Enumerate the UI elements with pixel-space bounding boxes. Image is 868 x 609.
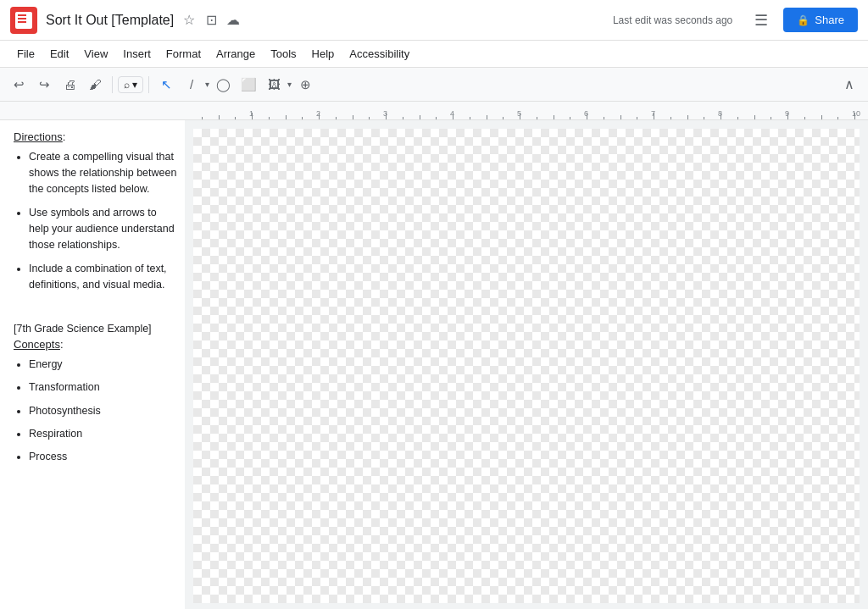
menu-accessibility[interactable]: Accessibility: [342, 44, 416, 64]
concepts-heading: Concepts: [14, 338, 60, 351]
direction-item-1: Create a compelling visual that shows th…: [29, 149, 178, 198]
undo-button[interactable]: ↩: [7, 73, 31, 97]
section-gap: [14, 301, 178, 314]
image-dropdown-icon[interactable]: ▾: [287, 80, 292, 89]
concepts-list: Energy Transformation Photosynthesis Res…: [14, 357, 178, 466]
concept-item-2: Transformation: [29, 379, 178, 396]
menu-format[interactable]: Format: [159, 44, 208, 64]
folder-icon[interactable]: ⊡: [203, 12, 220, 29]
textbox-button[interactable]: ⬜: [236, 73, 260, 97]
toolbar: ↩ ↪ 🖨 🖌 ⌕ ▾ ↖ / ▾ ◯ ⬜ 🖼 ▾ ⊕ ∧: [0, 68, 868, 102]
last-edit-label: Last edit was seconds ago: [613, 14, 732, 26]
menu-view[interactable]: View: [77, 44, 114, 64]
concept-item-3: Photosynthesis: [29, 403, 178, 419]
shape-button[interactable]: ◯: [211, 73, 235, 97]
line-button[interactable]: /: [180, 73, 203, 97]
zoom-dropdown-icon: ▾: [132, 79, 137, 91]
comment-button[interactable]: ☰: [746, 5, 776, 36]
separator-2: [148, 76, 149, 93]
cloud-icon[interactable]: ☁: [225, 12, 242, 29]
share-label: Share: [815, 14, 844, 26]
top-bar-actions: ☰ 🔒 Share: [746, 5, 858, 36]
app-icon: [10, 7, 37, 34]
directions-section: Directions: Create a compelling visual t…: [14, 129, 178, 294]
redo-button[interactable]: ↪: [32, 73, 56, 97]
grade-example-label: [7th Grade Science Example]: [14, 321, 178, 337]
ruler: 12345678910: [0, 102, 868, 120]
select-button[interactable]: ↖: [154, 73, 178, 97]
line-dropdown-icon[interactable]: ▾: [205, 80, 209, 89]
document-title: Sort It Out [Template]: [46, 13, 174, 28]
print-button[interactable]: 🖨: [58, 73, 81, 97]
ruler-marks: 12345678910: [185, 102, 868, 119]
menu-file[interactable]: File: [10, 44, 42, 64]
lock-icon: 🔒: [797, 14, 810, 26]
paint-format-button[interactable]: 🖌: [83, 73, 107, 97]
canvas-page[interactable]: [193, 129, 860, 603]
menu-tools[interactable]: Tools: [264, 44, 303, 64]
share-button[interactable]: 🔒 Share: [783, 8, 858, 32]
canvas-checkerboard: [193, 129, 860, 603]
concepts-section: Concepts: Energy Transformation Photosyn…: [14, 336, 178, 465]
direction-item-3: Include a combination of text, definitio…: [29, 261, 178, 294]
star-icon[interactable]: ☆: [181, 12, 198, 29]
direction-item-2: Use symbols and arrows to help your audi…: [29, 205, 178, 254]
directions-heading: Directions: [14, 130, 63, 143]
zoom-icon: ⌕: [124, 79, 130, 91]
concept-item-1: Energy: [29, 357, 178, 373]
image-button[interactable]: 🖼: [262, 73, 286, 97]
directions-colon: :: [63, 130, 66, 143]
main-area: Directions: Create a compelling visual t…: [0, 120, 868, 609]
menu-arrange[interactable]: Arrange: [209, 44, 262, 64]
top-bar: Sort It Out [Template] ☆ ⊡ ☁ Last edit w…: [0, 0, 868, 41]
menu-edit[interactable]: Edit: [43, 44, 75, 64]
concept-item-4: Respiration: [29, 426, 178, 442]
more-button[interactable]: ⊕: [293, 73, 317, 97]
toolbar-right: ∧: [837, 73, 861, 97]
zoom-control[interactable]: ⌕ ▾: [118, 76, 143, 93]
directions-list: Create a compelling visual that shows th…: [14, 149, 178, 294]
title-icons: ☆ ⊡ ☁: [181, 12, 242, 29]
collapse-toolbar-button[interactable]: ∧: [837, 73, 861, 97]
menu-bar: File Edit View Insert Format Arrange Too…: [0, 41, 868, 68]
concept-item-5: Process: [29, 449, 178, 465]
canvas-area[interactable]: [185, 120, 868, 609]
separator-1: [112, 76, 113, 93]
left-panel: Directions: Create a compelling visual t…: [0, 120, 185, 609]
menu-insert[interactable]: Insert: [116, 44, 158, 64]
menu-help[interactable]: Help: [305, 44, 342, 64]
